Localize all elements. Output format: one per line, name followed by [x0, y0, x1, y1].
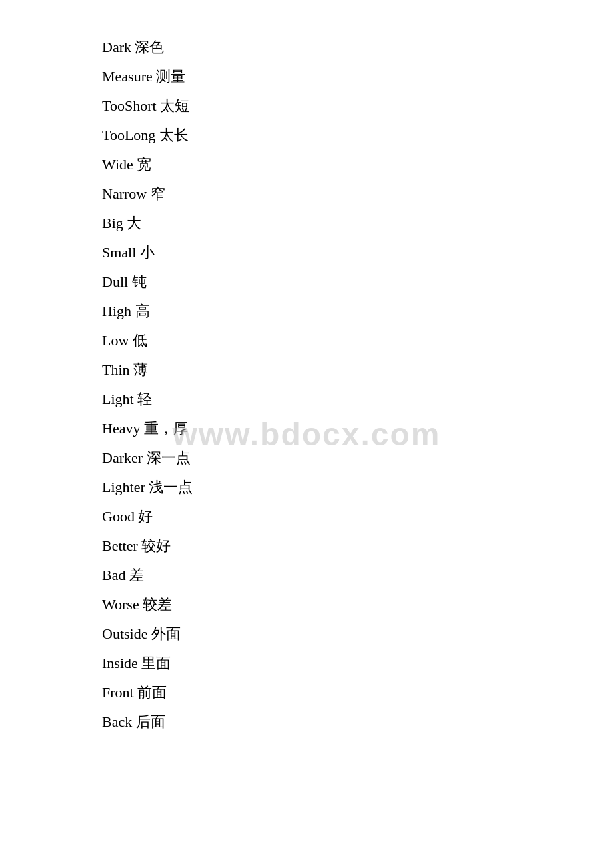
list-item: Inside 里面 [102, 656, 613, 671]
list-item: Darker 深一点 [102, 451, 613, 465]
list-item: Narrow 窄 [102, 187, 613, 201]
list-item: Good 好 [102, 509, 613, 524]
list-item: Dark 深色 [102, 40, 613, 55]
list-item: Thin 薄 [102, 363, 613, 377]
list-item: Wide 宽 [102, 157, 613, 172]
content-area: Dark 深色Measure 测量TooShort 太短TooLong 太长Wi… [0, 0, 613, 769]
list-item: Better 较好 [102, 539, 613, 553]
list-item: High 高 [102, 304, 613, 319]
list-item: Heavy 重，厚 [102, 421, 613, 436]
list-item: Lighter 浅一点 [102, 480, 613, 495]
list-item: Small 小 [102, 245, 613, 260]
list-item: Bad 差 [102, 568, 613, 583]
list-item: Outside 外面 [102, 627, 613, 641]
list-item: Back 后面 [102, 715, 613, 729]
list-item: TooLong 太长 [102, 128, 613, 143]
list-item: Big 大 [102, 216, 613, 231]
list-item: Worse 较差 [102, 597, 613, 612]
list-item: Light 轻 [102, 392, 613, 407]
list-item: Low 低 [102, 333, 613, 348]
list-item: Dull 钝 [102, 275, 613, 289]
list-item: Front 前面 [102, 685, 613, 700]
list-item: Measure 测量 [102, 69, 613, 84]
list-item: TooShort 太短 [102, 99, 613, 113]
